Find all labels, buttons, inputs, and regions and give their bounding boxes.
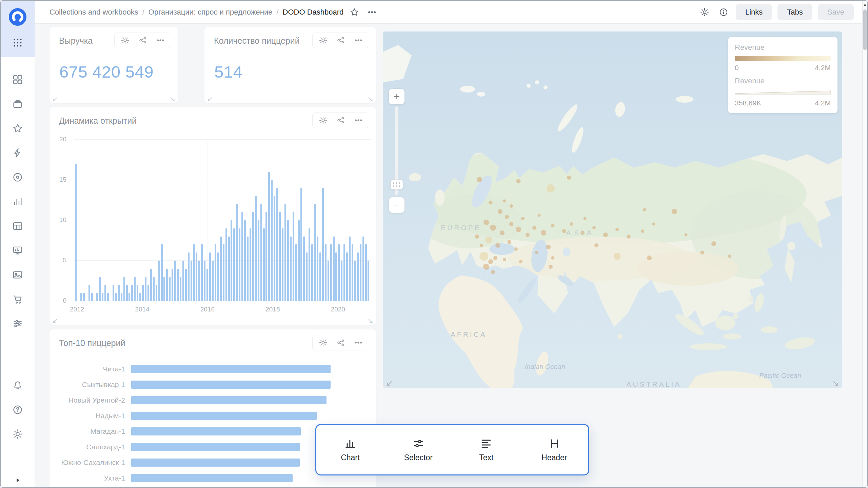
legend-size-label: Revenue [735, 77, 831, 85]
add-chart-button[interactable]: Chart [316, 425, 384, 474]
sidebar-item-quick-actions[interactable] [12, 147, 23, 158]
add-text-button[interactable]: Text [452, 425, 520, 474]
widget-more-icon[interactable] [354, 116, 363, 125]
widget-settings-gear-icon[interactable] [319, 36, 328, 45]
top10-row: Чита-1 [50, 361, 366, 377]
save-button[interactable]: Save [818, 4, 854, 20]
map-point [728, 255, 731, 258]
bar [349, 237, 351, 301]
widget-settings-gear-icon[interactable] [319, 116, 328, 125]
notifications-bell-icon[interactable] [12, 380, 23, 391]
zoom-out-button[interactable]: − [389, 197, 405, 213]
map-point [479, 252, 488, 261]
zoom-in-button[interactable]: + [389, 89, 405, 104]
map-point [594, 243, 598, 247]
breadcrumb-collections[interactable]: Collections and workbooks [50, 8, 138, 17]
settings-gear-icon[interactable] [12, 429, 23, 440]
bar [295, 244, 297, 301]
bar [314, 204, 316, 301]
widget-relations-icon[interactable] [336, 338, 345, 347]
resize-handle-sw[interactable]: ↙ [386, 379, 393, 387]
map-point [570, 222, 573, 226]
widget-settings-gear-icon[interactable] [319, 338, 328, 347]
resize-handle-se[interactable]: ↘ [367, 95, 373, 102]
help-icon[interactable] [12, 404, 23, 415]
sidebar-item-editor[interactable] [12, 245, 23, 256]
map-point [652, 223, 655, 226]
sidebar-item-marketplace[interactable] [12, 294, 23, 305]
dashboard-settings-gear-icon[interactable] [698, 5, 711, 19]
widget-more-icon[interactable] [354, 338, 363, 347]
bar [284, 204, 286, 301]
bar [352, 244, 353, 301]
top10-row: Надым-1 [50, 408, 366, 424]
x-tick-label: 2018 [265, 306, 280, 313]
sidebar-item-dashboards[interactable] [12, 74, 23, 85]
count-value: 514 [214, 62, 242, 81]
sidebar-item-collections[interactable] [12, 99, 23, 109]
more-actions-icon[interactable] [365, 5, 379, 19]
sidebar-item-charts[interactable] [12, 196, 23, 207]
zoom-slider-handle[interactable] [391, 180, 403, 189]
info-icon[interactable] [717, 5, 730, 19]
bar [99, 277, 101, 301]
widget-more-icon[interactable] [354, 36, 363, 45]
bar [231, 220, 232, 301]
bar [244, 220, 246, 301]
legend-size-wedge [735, 90, 831, 96]
bar [279, 212, 281, 301]
sidebar-item-tables[interactable] [12, 221, 23, 231]
bar [263, 228, 265, 301]
widget-revenue-kpi[interactable]: Выручка 675 420 549 ↙ ↘ [50, 27, 178, 103]
favorite-star-icon[interactable] [348, 5, 361, 19]
widget-title: Топ-10 пиццерий [59, 335, 125, 348]
breadcrumb-workbook[interactable]: Организации: спрос и предложение [149, 8, 273, 17]
widget-controls [312, 113, 369, 128]
add-header-button[interactable]: Header [520, 425, 589, 474]
bar [306, 252, 308, 301]
map-point [711, 241, 716, 246]
sidebar-item-favorites[interactable] [12, 123, 23, 134]
resize-handle-sw[interactable]: ↙ [52, 317, 58, 324]
sidebar-item-services[interactable] [12, 318, 23, 329]
bar [333, 237, 335, 301]
widget-relations-icon[interactable] [336, 36, 345, 45]
map-point [551, 224, 554, 227]
scrollbar[interactable]: ▲ [862, 1, 867, 487]
widget-relations-icon[interactable] [138, 36, 147, 45]
map-point [603, 232, 608, 237]
scrollbar-thumb[interactable] [863, 9, 867, 50]
bar [322, 188, 324, 301]
resize-handle-sw[interactable]: ↙ [52, 95, 58, 102]
sidebar-collapse-button[interactable] [1, 476, 35, 484]
map-point [546, 245, 551, 249]
scroll-up-icon[interactable]: ▲ [863, 2, 867, 6]
bar [271, 180, 273, 301]
tabs-button[interactable]: Tabs [777, 4, 812, 20]
app-logo[interactable] [8, 7, 27, 28]
apps-grid-icon[interactable] [12, 37, 23, 48]
text-icon [480, 438, 492, 450]
map-label-pacific-ocean: Pacific Ocean [759, 371, 801, 380]
widget-count-kpi[interactable]: Количество пиццерий 514 ↙ ↘ [204, 27, 376, 103]
widget-openings-chart[interactable]: Динамика открытий 05101520 2012201420162… [50, 107, 376, 325]
resize-handle-se[interactable]: ↘ [169, 95, 175, 102]
resize-handle-se[interactable]: ↘ [367, 317, 373, 324]
map-point [503, 199, 506, 202]
bar [169, 277, 171, 301]
links-button[interactable]: Links [736, 4, 772, 20]
widget-more-icon[interactable] [156, 36, 165, 45]
add-selector-button[interactable]: Selector [384, 425, 453, 474]
widget-settings-gear-icon[interactable] [121, 36, 130, 45]
bar [311, 244, 313, 301]
widget-relations-icon[interactable] [336, 116, 345, 125]
bar [153, 277, 155, 301]
sidebar-item-records[interactable] [12, 172, 23, 183]
sidebar-item-media[interactable] [12, 269, 23, 280]
breadcrumb-separator: / [142, 8, 144, 17]
zoom-slider-track[interactable] [395, 106, 398, 195]
openings-bar-chart [74, 140, 371, 301]
widget-map[interactable]: AFRICA EUROPE ASIA AUSTRALIA Indian Ocea… [383, 32, 842, 388]
resize-handle-se[interactable]: ↘ [832, 379, 839, 387]
resize-handle-sw[interactable]: ↙ [207, 95, 213, 102]
